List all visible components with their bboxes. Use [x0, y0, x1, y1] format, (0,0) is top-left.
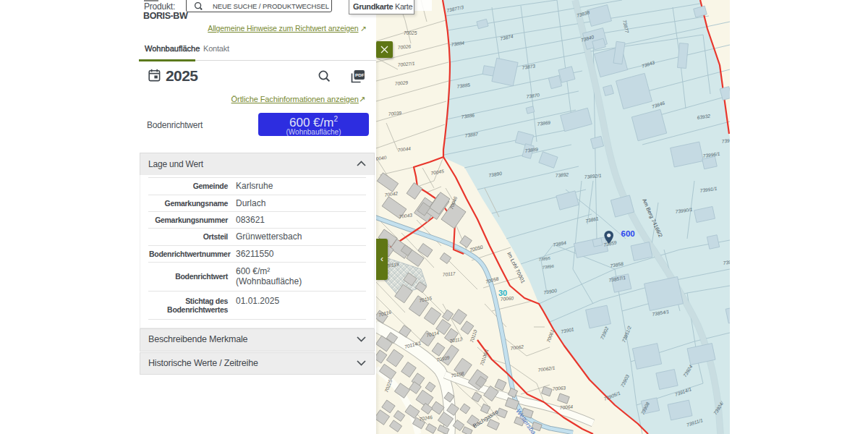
svg-text:PDF: PDF	[355, 72, 365, 77]
svg-text:30: 30	[498, 289, 507, 297]
svg-text:70025: 70025	[404, 30, 417, 35]
svg-text:600: 600	[621, 229, 635, 238]
svg-text:739: 739	[723, 259, 730, 265]
